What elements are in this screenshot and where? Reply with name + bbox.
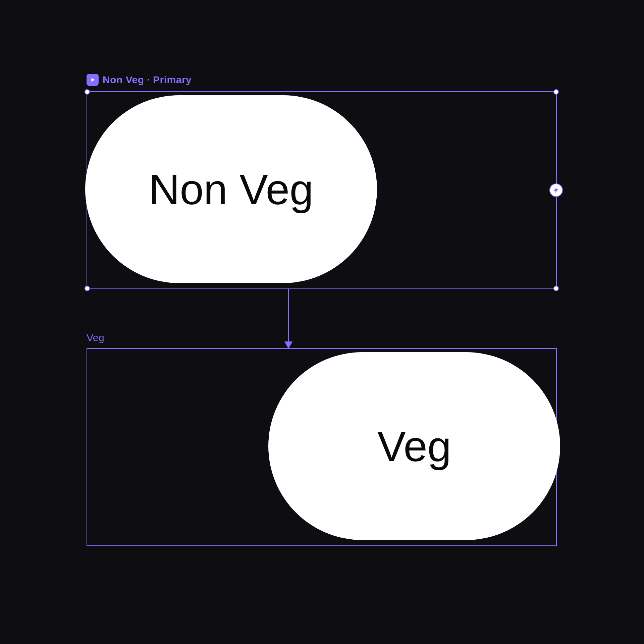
frame-label-bottom-text: Veg [87, 332, 104, 343]
pill-veg-text: Veg [377, 422, 451, 471]
svg-marker-1 [284, 341, 292, 349]
frame-veg[interactable]: Veg [87, 348, 557, 546]
selection-handle-ne[interactable] [553, 89, 559, 95]
lightning-icon[interactable] [549, 183, 563, 197]
frame-label-top[interactable]: Non Veg · Primary [87, 74, 192, 86]
play-icon [87, 74, 99, 86]
pill-non-veg[interactable]: Non Veg [85, 95, 377, 283]
selection-handle-sw[interactable] [85, 286, 90, 291]
selection-handle-nw[interactable] [85, 89, 90, 95]
prototype-canvas[interactable]: Non Veg · Primary Non Veg Veg Veg [0, 0, 644, 644]
frame-label-top-text: Non Veg · Primary [103, 74, 192, 86]
prototype-arrow[interactable] [282, 289, 295, 350]
pill-veg[interactable]: Veg [268, 352, 560, 540]
frame-label-bottom[interactable]: Veg [87, 332, 104, 343]
pill-non-veg-text: Non Veg [149, 165, 313, 214]
selection-handle-se[interactable] [553, 286, 559, 291]
frame-non-veg[interactable]: Non Veg [87, 91, 557, 289]
